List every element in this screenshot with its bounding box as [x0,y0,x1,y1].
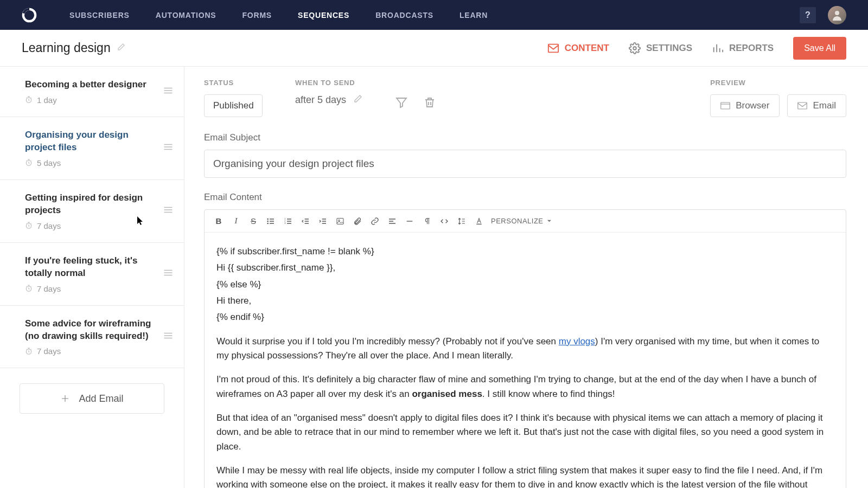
editor-toolbar: B I S 123 PERSONALIZE [205,210,846,233]
preview-label: PREVIEW [710,79,846,87]
attachment-button[interactable] [349,213,366,230]
email-item-title: Organising your design project files [25,129,159,154]
email-item-title: Some advice for wireframing (no drawing … [25,318,159,343]
email-item-title: If you're feeling stuck, it's totally no… [25,255,159,280]
subheader: Learning design CONTENT SETTINGS REPORTS… [0,30,868,67]
drag-handle-icon[interactable] [163,332,173,342]
tab-reports-label: REPORTS [729,43,774,54]
sequence-title: Learning design [22,41,111,55]
tab-reports[interactable]: REPORTS [712,42,774,54]
avatar[interactable] [828,6,846,24]
nav-learn[interactable]: LEARN [459,1,488,29]
email-item-delay: 1 day [25,95,159,105]
edit-when-icon[interactable] [354,94,362,106]
status-label: STATUS [204,79,263,87]
paragraph-button[interactable] [418,213,436,230]
svg-rect-10 [721,102,730,109]
filter-icon[interactable] [395,96,408,111]
email-item-delay: 7 days [25,221,159,230]
tab-settings[interactable]: SETTINGS [629,42,692,54]
content-panel: STATUS Published WHEN TO SEND after 5 da… [184,67,868,488]
preview-browser-label: Browser [736,100,769,111]
help-button[interactable]: ? [800,7,816,23]
nav-automations[interactable]: AUTOMATIONS [156,1,216,29]
personalize-dropdown[interactable]: PERSONALIZE [491,217,552,225]
image-button[interactable] [331,213,349,230]
vlogs-link[interactable]: my vlogs [559,336,595,346]
email-item[interactable]: If you're feeling stuck, it's totally no… [0,243,184,306]
svg-point-14 [267,223,268,223]
hr-button[interactable] [401,213,418,230]
add-email-label: Add Email [79,393,123,404]
content-label: Email Content [204,192,846,203]
edit-title-icon[interactable] [117,43,125,53]
drag-handle-icon[interactable] [163,269,173,279]
indent-button[interactable] [314,213,331,230]
bullet-list-button[interactable] [262,213,279,230]
italic-button[interactable]: I [227,213,245,230]
email-list-sidebar: Becoming a better designer 1 day Organis… [0,67,184,488]
preview-browser-button[interactable]: Browser [710,94,780,117]
status-select[interactable]: Published [204,94,263,117]
drag-handle-icon[interactable] [163,87,173,97]
status-value: Published [213,100,254,111]
bold-button[interactable]: B [210,213,227,230]
svg-text:3: 3 [284,222,286,224]
email-item[interactable]: Organising your design project files 5 d… [0,117,184,180]
nav-broadcasts[interactable]: BROADCASTS [375,1,433,29]
nav-items: SUBSCRIBERS AUTOMATIONS FORMS SEQUENCES … [69,1,488,29]
email-item-delay: 7 days [25,284,159,293]
email-item-delay: 5 days [25,158,159,168]
text-color-button[interactable] [470,213,488,230]
tab-content-label: CONTENT [565,43,609,54]
nav-forms[interactable]: FORMS [242,1,272,29]
subject-label: Email Subject [204,132,846,143]
trash-icon[interactable] [423,96,436,111]
email-item[interactable]: Some advice for wireframing (no drawing … [0,306,184,369]
numbered-list-button[interactable]: 123 [279,213,297,230]
email-item[interactable]: Becoming a better designer 1 day [0,67,184,117]
code-button[interactable] [436,213,453,230]
save-all-button[interactable]: Save All [793,37,846,60]
add-email-button[interactable]: Add Email [20,383,164,414]
drag-handle-icon[interactable] [163,143,173,153]
preview-email-label: Email [813,100,836,111]
svg-rect-18 [337,218,343,224]
preview-email-button[interactable]: Email [787,94,846,117]
email-item-delay: 7 days [25,346,159,356]
nav-subscribers[interactable]: SUBSCRIBERS [69,1,130,29]
when-value: after 5 days [295,94,346,106]
svg-rect-20 [476,223,481,224]
link-button[interactable] [366,213,384,230]
svg-point-13 [267,221,268,221]
strikethrough-button[interactable]: S [245,213,262,230]
email-item-title: Becoming a better designer [25,79,159,91]
tab-settings-label: SETTINGS [646,43,692,54]
tab-content[interactable]: CONTENT [547,42,609,54]
when-label: WHEN TO SEND [295,79,362,87]
outdent-button[interactable] [297,213,314,230]
svg-point-12 [267,219,268,219]
email-item[interactable]: Getting inspired for design projects 7 d… [0,180,184,243]
svg-point-2 [835,11,839,15]
nav-sequences[interactable]: SEQUENCES [298,1,349,29]
svg-rect-11 [798,102,807,109]
top-nav: SUBSCRIBERS AUTOMATIONS FORMS SEQUENCES … [0,0,868,30]
align-button[interactable] [384,213,401,230]
app-logo[interactable] [22,8,37,23]
svg-rect-3 [548,44,558,52]
editor: B I S 123 PERSONALIZE [204,209,846,488]
subject-input[interactable] [204,150,846,178]
drag-handle-icon[interactable] [163,206,173,216]
email-item-title: Getting inspired for design projects [25,192,159,217]
svg-point-4 [633,47,636,50]
editor-body[interactable]: {% if subscriber.first_name != blank %} … [205,233,846,488]
line-height-button[interactable] [453,213,470,230]
